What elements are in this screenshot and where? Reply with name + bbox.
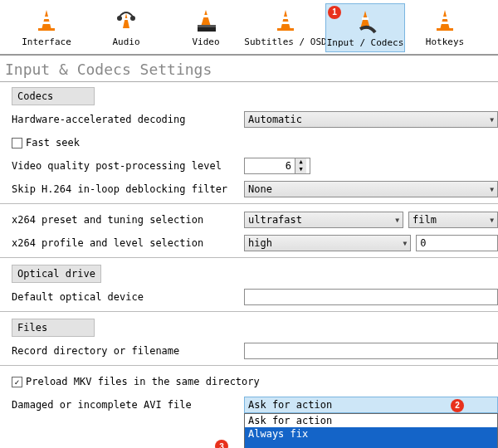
svg-rect-2 (38, 28, 55, 31)
svg-rect-6 (203, 15, 209, 17)
tab-label: Audio (112, 37, 139, 47)
page-title: Input & Codecs Settings (0, 61, 498, 82)
settings-content: Codecs Hardware-accelerated decoding Aut… (0, 82, 498, 448)
tab-subtitles[interactable]: Subtitles / OSD (246, 3, 325, 52)
cone-icon (33, 7, 60, 33)
group-codecs: Codecs (12, 87, 95, 105)
vq-spinner[interactable]: ▲▼ (244, 158, 310, 174)
spin-up-icon[interactable]: ▲ (295, 158, 306, 166)
svg-rect-13 (442, 17, 448, 19)
settings-toolbar: Interface Audio Video Subtitles / OSD 1 … (0, 0, 498, 56)
hw-decode-combo[interactable]: Automatic (244, 111, 498, 128)
annotation-badge-1: 1 (328, 6, 341, 19)
tab-audio[interactable]: Audio (86, 3, 166, 52)
svg-point-4 (117, 16, 122, 21)
vq-input[interactable] (245, 160, 295, 172)
avi-option[interactable]: Ask for action (245, 414, 497, 427)
hw-decode-label: Hardware-accelerated decoding (12, 114, 244, 125)
skip-h264-combo[interactable]: None (244, 181, 498, 197)
spin-down-icon[interactable]: ▼ (295, 166, 306, 173)
fast-seek-label: Fast seek (26, 137, 80, 149)
avi-dropdown-list: Ask for action Always fix 3 Never fix Fi… (244, 413, 498, 448)
tab-video[interactable]: Video (166, 3, 246, 52)
x264-preset-combo[interactable]: ultrafast (244, 212, 403, 228)
annotation-badge-2: 2 (451, 399, 464, 412)
svg-rect-9 (282, 17, 289, 19)
tab-label: Interface (22, 37, 71, 47)
avi-label: Damaged or incomplete AVI file (12, 399, 244, 411)
fast-seek-checkbox[interactable] (12, 138, 22, 149)
tab-label: Hotkeys (426, 37, 464, 47)
annotation-badge-3: 3 (215, 440, 228, 448)
x264-profile-label: x264 profile and level selection (12, 237, 244, 249)
x264-preset-label: x264 preset and tuning selection (12, 214, 244, 226)
svg-rect-14 (441, 22, 449, 24)
svg-rect-8 (198, 25, 216, 27)
record-dir-input[interactable] (244, 343, 498, 359)
skip-h264-label: Skip H.264 in-loop deblocking filter (12, 183, 244, 195)
optical-device-label: Default optical device (12, 291, 244, 303)
svg-point-5 (130, 16, 135, 21)
avi-option[interactable]: Always fix 3 (245, 427, 497, 448)
svg-rect-10 (281, 22, 290, 24)
cone-icon (432, 7, 458, 33)
tab-hotkeys[interactable]: Hotkeys (405, 3, 485, 52)
preload-mkv-checkbox[interactable]: ✓ (12, 377, 22, 387)
tab-label: Subtitles / OSD (244, 37, 326, 47)
svg-rect-0 (43, 17, 50, 19)
tab-label: Input / Codecs (327, 37, 404, 48)
record-dir-label: Record directory or filename (12, 345, 244, 357)
tab-interface[interactable]: Interface (7, 3, 86, 52)
cone-film-icon (352, 7, 378, 34)
cone-headphones-icon (113, 7, 139, 33)
group-optical: Optical drive (12, 265, 101, 283)
x264-profile-combo[interactable]: high (244, 235, 411, 251)
cone-clapper-icon (193, 7, 219, 33)
svg-rect-1 (42, 22, 51, 24)
cone-icon (272, 7, 299, 33)
group-files: Files (12, 319, 95, 337)
svg-rect-12 (362, 17, 369, 20)
svg-rect-3 (124, 18, 129, 20)
x264-level-input[interactable] (416, 235, 498, 251)
svg-rect-15 (437, 28, 453, 31)
preload-mkv-label: Preload MKV files in the same directory (26, 376, 260, 387)
svg-rect-11 (277, 28, 294, 31)
x264-tuning-combo[interactable]: film (408, 212, 498, 228)
avi-dropdown[interactable]: Ask for action 2 Ask for action Always f… (244, 397, 498, 413)
tab-label: Video (192, 37, 219, 47)
tab-input-codecs[interactable]: 1 Input / Codecs (325, 3, 405, 52)
optical-device-input[interactable] (244, 289, 498, 305)
vq-label: Video quality post-processing level (12, 160, 244, 172)
